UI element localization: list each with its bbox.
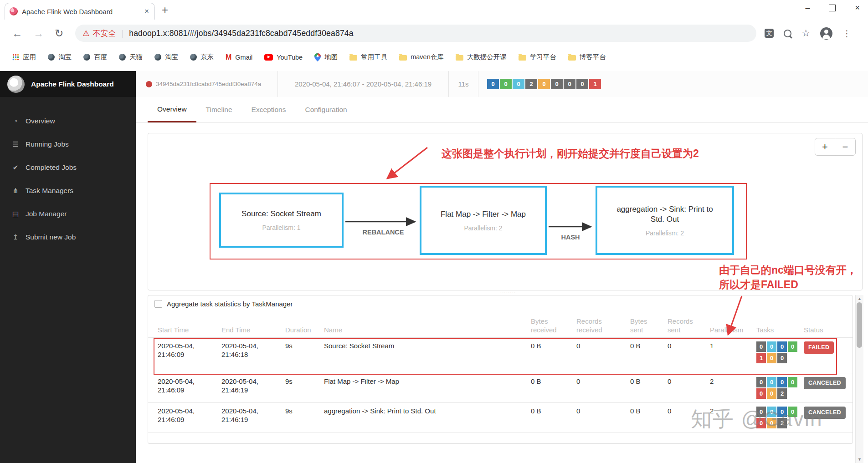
plan-node-aggregation-sink[interactable]: aggregation -> Sink: Print to Std. Out P… xyxy=(596,186,734,255)
url-text[interactable]: hadoop1.x:8081/#/jobs/34945da231fc8cabd7… xyxy=(129,29,354,38)
screen: Apache Flink Web Dashboard × + – × ← → ↻… xyxy=(0,0,868,463)
node-parallelism: Parallelism: 1 xyxy=(262,224,300,231)
address-bar[interactable]: ⚠ 不安全 | hadoop1.x:8081/#/jobs/34945da231… xyxy=(75,25,756,42)
col-bytes-received: Bytes received xyxy=(531,317,564,334)
tab-overview[interactable]: Overview xyxy=(148,97,196,122)
col-bytes-sent: Bytes sent xyxy=(630,317,656,334)
profile-avatar[interactable] xyxy=(820,27,832,40)
records-received: 0 xyxy=(576,407,615,415)
list-icon: ☰ xyxy=(11,140,20,148)
tasks-badges: 0 0 0 0 0 0 2 xyxy=(756,377,802,400)
bookmark-label: 博客平台 xyxy=(580,53,606,61)
bookmark-maps[interactable]: 地图 xyxy=(308,53,344,61)
col-status: Status xyxy=(804,326,854,334)
bookmark-folder-bigdata[interactable]: 大数据公开课 xyxy=(450,53,513,61)
check-circle-icon: ✔ xyxy=(11,163,20,172)
reload-icon[interactable]: ↻ xyxy=(55,27,63,40)
youtube-icon xyxy=(264,54,273,61)
new-tab-button[interactable]: + xyxy=(162,5,168,15)
status-badge: 0 xyxy=(551,79,563,89)
table-row-flatmap[interactable]: 2020-05-04,21:46:09 2020-05-04,21:46:19 … xyxy=(148,373,853,403)
bookmark-apps[interactable]: 应用 xyxy=(6,53,42,61)
tab-close-icon[interactable]: × xyxy=(144,7,150,16)
sidebar-item-overview[interactable]: ◔Overview xyxy=(0,109,136,132)
sidebar-item-task-managers[interactable]: ⋔Task Managers xyxy=(0,179,136,202)
bookmark-jd[interactable]: 京东 xyxy=(184,53,220,61)
sidebar-item-running-jobs[interactable]: ☰Running Jobs xyxy=(0,132,136,156)
task-count-badge: 0 xyxy=(756,377,766,387)
end-time: 2020-05-04, xyxy=(221,377,258,385)
back-icon[interactable]: ← xyxy=(12,27,22,40)
status-badge: 0 xyxy=(576,79,588,89)
duration: 9s xyxy=(285,377,293,386)
sidebar-item-completed-jobs[interactable]: ✔Completed Jobs xyxy=(0,156,136,179)
bookmark-label: 天猫 xyxy=(129,53,143,61)
records-received: 0 xyxy=(576,377,615,386)
sidebar-item-label: Running Jobs xyxy=(26,140,69,148)
status-badge: 0 xyxy=(513,79,524,89)
server-icon: ▤ xyxy=(11,210,20,218)
col-name: Name xyxy=(324,326,520,334)
end-time: 2020-05-04, xyxy=(221,407,258,415)
col-start-time: Start Time xyxy=(158,326,189,334)
col-end-time: End Time xyxy=(221,326,250,334)
status-badge: 0 xyxy=(538,79,550,89)
scrollbar-thumb[interactable] xyxy=(857,302,862,348)
bookmark-folder-blog[interactable]: 博客平台 xyxy=(562,53,612,61)
start-time: 2020-05-04, xyxy=(158,377,195,385)
bookmark-gmail[interactable]: MGmail xyxy=(220,53,258,61)
col-parallelism: Parallelism xyxy=(710,326,746,334)
apps-grid-icon xyxy=(12,54,19,61)
node-title: Flat Map -> Filter -> Map xyxy=(434,209,533,219)
col-records-received: Records received xyxy=(576,317,615,334)
bytes-sent: 0 B xyxy=(630,377,656,386)
job-status-bar: 34945da231fc8cabd745eddf30ea874a 2020-05… xyxy=(136,71,868,97)
node-parallelism: Parallelism: 2 xyxy=(646,229,684,237)
tab-timeline[interactable]: Timeline xyxy=(196,97,242,122)
aggregate-checkbox[interactable] xyxy=(154,300,162,308)
vertical-scrollbar[interactable]: ▲ ▼ xyxy=(855,295,863,463)
browser-tab[interactable]: Apache Flink Web Dashboard × xyxy=(5,3,155,20)
globe-icon xyxy=(83,54,90,61)
browser-tab-strip: Apache Flink Web Dashboard × + – × xyxy=(0,0,868,20)
annotation-plan-text: 这张图是整个执行计划，刚开始提交并行度自己设置为2 xyxy=(442,147,699,161)
bookmark-baidu[interactable]: 百度 xyxy=(77,53,113,61)
minimize-icon[interactable]: – xyxy=(805,4,810,12)
status-badge-canceled: CANCELED xyxy=(804,377,846,389)
sidebar-item-job-manager[interactable]: ▤Job Manager xyxy=(0,202,136,225)
annotation-failed-text-line2: 所以才是FAILED xyxy=(719,278,798,292)
status-badge: 0 xyxy=(500,79,512,89)
globe-icon xyxy=(48,54,55,61)
bookmark-folder-maven[interactable]: maven仓库 xyxy=(393,53,450,61)
bookmark-taobao[interactable]: 淘宝 xyxy=(42,53,77,61)
bookmark-star-icon[interactable]: ☆ xyxy=(801,28,810,39)
bookmark-youtube[interactable]: YouTube xyxy=(258,54,308,61)
sidebar-item-submit-new-job[interactable]: ↥Submit new Job xyxy=(0,225,136,249)
scroll-down-icon[interactable]: ▼ xyxy=(856,457,863,462)
bookmark-label: 大数据公开课 xyxy=(467,53,507,61)
bookmark-taobao-2[interactable]: 淘宝 xyxy=(149,53,184,61)
bookmark-tmall[interactable]: 天猫 xyxy=(113,53,149,61)
tab-exceptions[interactable]: Exceptions xyxy=(242,97,296,122)
scroll-up-icon[interactable]: ▲ xyxy=(856,296,863,301)
upload-icon: ↥ xyxy=(11,233,20,241)
forward-icon[interactable]: → xyxy=(33,27,44,40)
close-icon[interactable]: × xyxy=(855,4,860,12)
folder-icon xyxy=(456,55,463,61)
bookmark-folder-tools[interactable]: 常用工具 xyxy=(344,53,393,61)
plan-node-flatmap[interactable]: Flat Map -> Filter -> Map Parallelism: 2 xyxy=(420,186,547,255)
browser-menu-icon[interactable]: ⋮ xyxy=(842,28,851,39)
not-secure-label[interactable]: 不安全 xyxy=(93,28,116,39)
maximize-icon[interactable] xyxy=(829,5,836,11)
search-icon[interactable] xyxy=(784,30,791,37)
bookmark-label: Gmail xyxy=(235,54,252,61)
bookmark-label: 淘宝 xyxy=(58,53,72,61)
task-count-badge: 0 xyxy=(777,377,787,387)
tab-configuration[interactable]: Configuration xyxy=(295,97,356,122)
translate-icon[interactable]: 文 xyxy=(765,29,774,38)
status-badge: 2 xyxy=(525,79,537,89)
plan-node-source[interactable]: Source: Socket Stream Parallelism: 1 xyxy=(219,193,344,248)
parallelism: 2 xyxy=(710,377,746,386)
bookmark-folder-study[interactable]: 学习平台 xyxy=(513,53,562,61)
bytes-sent: 0 B xyxy=(630,407,656,415)
